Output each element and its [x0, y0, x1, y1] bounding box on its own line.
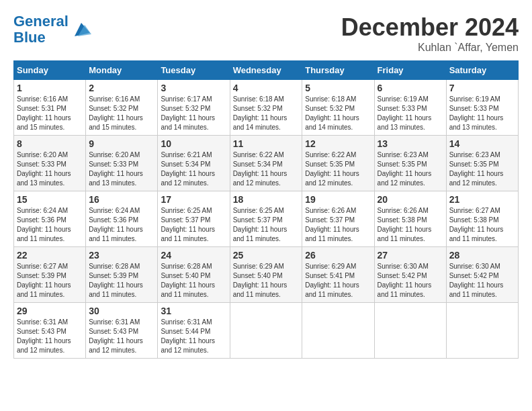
- day-number: 30: [89, 306, 154, 316]
- day-number: 21: [449, 194, 515, 205]
- calendar-body: 1 Sunrise: 6:16 AMSunset: 5:31 PMDayligh…: [14, 80, 519, 359]
- calendar-cell: 22 Sunrise: 6:27 AMSunset: 5:39 PMDaylig…: [14, 247, 86, 303]
- day-info: Sunrise: 6:27 AMSunset: 5:39 PMDaylight:…: [17, 262, 83, 300]
- day-number: 9: [89, 138, 154, 149]
- col-saturday: Saturday: [446, 61, 518, 80]
- day-info: Sunrise: 6:18 AMSunset: 5:32 PMDaylight:…: [233, 95, 300, 132]
- calendar-cell: 3 Sunrise: 6:17 AMSunset: 5:32 PMDayligh…: [158, 80, 230, 136]
- day-info: Sunrise: 6:26 AMSunset: 5:37 PMDaylight:…: [305, 206, 371, 244]
- calendar-cell: 18 Sunrise: 6:25 AMSunset: 5:37 PMDaylig…: [230, 191, 302, 247]
- calendar-cell: 1 Sunrise: 6:16 AMSunset: 5:31 PMDayligh…: [14, 80, 86, 136]
- location-title: Kuhlan `Affar, Yemen: [341, 42, 519, 54]
- day-number: 28: [449, 250, 515, 261]
- calendar-cell: 26 Sunrise: 6:29 AMSunset: 5:41 PMDaylig…: [302, 247, 374, 303]
- day-number: 16: [89, 194, 154, 205]
- day-number: 24: [161, 250, 226, 261]
- day-info: Sunrise: 6:30 AMSunset: 5:42 PMDaylight:…: [449, 262, 515, 300]
- calendar-cell: 16 Sunrise: 6:24 AMSunset: 5:36 PMDaylig…: [86, 191, 158, 247]
- calendar-table: Sunday Monday Tuesday Wednesday Thursday…: [13, 60, 519, 359]
- day-info: Sunrise: 6:31 AMSunset: 5:44 PMDaylight:…: [161, 318, 226, 355]
- day-info: Sunrise: 6:28 AMSunset: 5:40 PMDaylight:…: [161, 262, 226, 300]
- logo-general: General: [13, 13, 69, 30]
- day-number: 26: [305, 250, 371, 261]
- day-info: Sunrise: 6:25 AMSunset: 5:37 PMDaylight:…: [233, 206, 300, 244]
- day-number: 7: [449, 83, 515, 93]
- calendar-cell: [446, 303, 518, 359]
- day-info: Sunrise: 6:17 AMSunset: 5:32 PMDaylight:…: [161, 95, 226, 132]
- calendar-cell: 19 Sunrise: 6:26 AMSunset: 5:37 PMDaylig…: [302, 191, 374, 247]
- day-number: 15: [17, 194, 83, 205]
- day-info: Sunrise: 6:25 AMSunset: 5:37 PMDaylight:…: [161, 206, 226, 244]
- calendar-cell: 5 Sunrise: 6:18 AMSunset: 5:32 PMDayligh…: [302, 80, 374, 136]
- calendar-cell: 10 Sunrise: 6:21 AMSunset: 5:34 PMDaylig…: [158, 136, 230, 191]
- calendar-cell: 24 Sunrise: 6:28 AMSunset: 5:40 PMDaylig…: [158, 247, 230, 303]
- calendar-cell: 13 Sunrise: 6:23 AMSunset: 5:35 PMDaylig…: [374, 136, 446, 191]
- col-friday: Friday: [374, 61, 446, 80]
- calendar-cell: [230, 303, 302, 359]
- calendar-cell: 23 Sunrise: 6:28 AMSunset: 5:39 PMDaylig…: [86, 247, 158, 303]
- day-info: Sunrise: 6:23 AMSunset: 5:35 PMDaylight:…: [378, 150, 443, 188]
- day-number: 25: [233, 250, 300, 261]
- calendar-row: 15 Sunrise: 6:24 AMSunset: 5:36 PMDaylig…: [14, 191, 519, 247]
- day-info: Sunrise: 6:19 AMSunset: 5:33 PMDaylight:…: [449, 95, 515, 132]
- day-number: 27: [378, 250, 443, 261]
- page-header: General Blue December 2024 Kuhlan `Affar…: [13, 13, 519, 54]
- calendar-cell: [374, 303, 446, 359]
- logo-text: General Blue: [13, 13, 69, 46]
- calendar-cell: 12 Sunrise: 6:22 AMSunset: 5:35 PMDaylig…: [302, 136, 374, 191]
- title-block: December 2024 Kuhlan `Affar, Yemen: [341, 13, 519, 54]
- col-thursday: Thursday: [302, 61, 374, 80]
- calendar-cell: 6 Sunrise: 6:19 AMSunset: 5:33 PMDayligh…: [374, 80, 446, 136]
- calendar-cell: 17 Sunrise: 6:25 AMSunset: 5:37 PMDaylig…: [158, 191, 230, 247]
- day-info: Sunrise: 6:24 AMSunset: 5:36 PMDaylight:…: [17, 206, 83, 244]
- day-number: 3: [161, 83, 226, 93]
- calendar-row: 1 Sunrise: 6:16 AMSunset: 5:31 PMDayligh…: [14, 80, 519, 136]
- day-number: 5: [305, 83, 371, 93]
- calendar-cell: 8 Sunrise: 6:20 AMSunset: 5:33 PMDayligh…: [14, 136, 86, 191]
- calendar-cell: 7 Sunrise: 6:19 AMSunset: 5:33 PMDayligh…: [446, 80, 518, 136]
- day-number: 2: [89, 83, 154, 93]
- calendar-cell: 30 Sunrise: 6:31 AMSunset: 5:43 PMDaylig…: [86, 303, 158, 359]
- calendar-cell: [302, 303, 374, 359]
- day-info: Sunrise: 6:22 AMSunset: 5:35 PMDaylight:…: [305, 150, 371, 188]
- col-wednesday: Wednesday: [230, 61, 302, 80]
- calendar-cell: 9 Sunrise: 6:20 AMSunset: 5:33 PMDayligh…: [86, 136, 158, 191]
- calendar-cell: 25 Sunrise: 6:29 AMSunset: 5:40 PMDaylig…: [230, 247, 302, 303]
- day-number: 18: [233, 194, 300, 205]
- logo: General Blue: [13, 13, 91, 46]
- calendar-cell: 20 Sunrise: 6:26 AMSunset: 5:38 PMDaylig…: [374, 191, 446, 247]
- day-info: Sunrise: 6:18 AMSunset: 5:32 PMDaylight:…: [305, 95, 371, 132]
- calendar-cell: 31 Sunrise: 6:31 AMSunset: 5:44 PMDaylig…: [158, 303, 230, 359]
- calendar-cell: 14 Sunrise: 6:23 AMSunset: 5:35 PMDaylig…: [446, 136, 518, 191]
- calendar-cell: 21 Sunrise: 6:27 AMSunset: 5:38 PMDaylig…: [446, 191, 518, 247]
- day-info: Sunrise: 6:29 AMSunset: 5:41 PMDaylight:…: [305, 262, 371, 300]
- calendar-cell: 29 Sunrise: 6:31 AMSunset: 5:43 PMDaylig…: [14, 303, 86, 359]
- calendar-cell: 2 Sunrise: 6:16 AMSunset: 5:32 PMDayligh…: [86, 80, 158, 136]
- day-info: Sunrise: 6:19 AMSunset: 5:33 PMDaylight:…: [378, 95, 443, 132]
- calendar-cell: 4 Sunrise: 6:18 AMSunset: 5:32 PMDayligh…: [230, 80, 302, 136]
- day-number: 20: [378, 194, 443, 205]
- day-info: Sunrise: 6:16 AMSunset: 5:32 PMDaylight:…: [89, 95, 154, 132]
- day-number: 6: [378, 83, 443, 93]
- day-number: 14: [449, 138, 515, 149]
- calendar-cell: 15 Sunrise: 6:24 AMSunset: 5:36 PMDaylig…: [14, 191, 86, 247]
- day-info: Sunrise: 6:28 AMSunset: 5:39 PMDaylight:…: [89, 262, 154, 300]
- weekday-header-row: Sunday Monday Tuesday Wednesday Thursday…: [14, 61, 519, 80]
- logo-icon: [71, 19, 91, 40]
- day-info: Sunrise: 6:24 AMSunset: 5:36 PMDaylight:…: [89, 206, 154, 244]
- day-number: 1: [17, 83, 83, 93]
- day-info: Sunrise: 6:29 AMSunset: 5:40 PMDaylight:…: [233, 262, 300, 300]
- day-info: Sunrise: 6:22 AMSunset: 5:34 PMDaylight:…: [233, 150, 300, 188]
- day-number: 17: [161, 194, 226, 205]
- calendar-cell: 11 Sunrise: 6:22 AMSunset: 5:34 PMDaylig…: [230, 136, 302, 191]
- day-info: Sunrise: 6:21 AMSunset: 5:34 PMDaylight:…: [161, 150, 226, 188]
- calendar-cell: 28 Sunrise: 6:30 AMSunset: 5:42 PMDaylig…: [446, 247, 518, 303]
- day-number: 23: [89, 250, 154, 261]
- calendar-header: Sunday Monday Tuesday Wednesday Thursday…: [14, 61, 519, 80]
- day-info: Sunrise: 6:26 AMSunset: 5:38 PMDaylight:…: [378, 206, 443, 244]
- day-number: 4: [233, 83, 300, 93]
- col-monday: Monday: [86, 61, 158, 80]
- day-info: Sunrise: 6:30 AMSunset: 5:42 PMDaylight:…: [378, 262, 443, 300]
- day-number: 11: [233, 138, 300, 149]
- day-number: 10: [161, 138, 226, 149]
